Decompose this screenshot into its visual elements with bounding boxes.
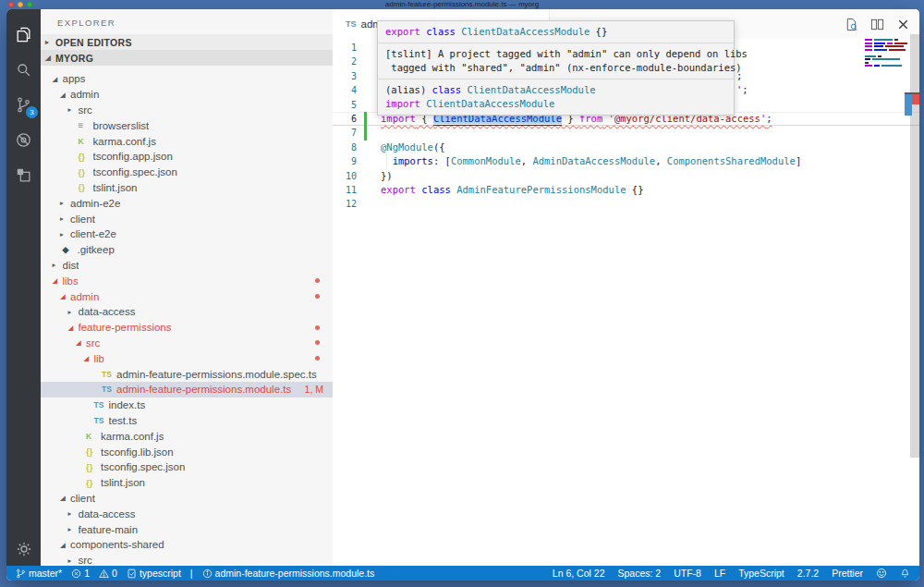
tree-item-label: lib — [94, 353, 105, 364]
status-branch[interactable]: master* — [16, 568, 62, 579]
tree-item-src[interactable]: ◢src — [41, 336, 333, 351]
line-number: 11 — [333, 183, 357, 197]
status-utf-8[interactable]: UTF-8 — [674, 568, 701, 579]
expanded-arrow-icon: ◢ — [60, 541, 70, 549]
tree-item-apps[interactable]: ◢apps — [41, 71, 333, 87]
status-typescript[interactable]: TypeScript — [738, 568, 784, 579]
status-warning[interactable]: 0 — [99, 568, 117, 579]
ts-blue-file-icon: TS — [102, 385, 116, 394]
source-control-icon[interactable]: 3 — [6, 89, 41, 120]
close-icon[interactable] — [895, 17, 910, 31]
vscode-window: 3 EXPLORER ▸ OPEN EDITORS ◢ MYORG ◢apps◢… — [6, 9, 919, 581]
tree-item-tsconfig.spec.json[interactable]: {}tsconfig.spec.json — [41, 165, 333, 180]
tree-item-tslint.json[interactable]: {}tslint.json — [41, 180, 333, 196]
collapsed-arrow-icon: ▸ — [60, 199, 70, 207]
expanded-arrow-icon: ◢ — [60, 494, 70, 502]
tree-item-client-e2e[interactable]: ▸client-e2e — [41, 226, 333, 242]
tree-item-src[interactable]: ▸src — [41, 553, 333, 566]
tree-item-data-access[interactable]: ▸data-access — [41, 304, 333, 320]
tree-item-dist[interactable]: ▸dist — [41, 258, 333, 274]
workspace-root-section[interactable]: ◢ MYORG — [41, 50, 333, 66]
status-info[interactable]: admin-feature-permissions.module.ts — [202, 568, 375, 579]
code-line-12[interactable]: 12 — [333, 197, 919, 211]
tree-item-browserslist[interactable]: ≡browserslist — [41, 117, 333, 133]
status-ln-6-col-22[interactable]: Ln 6, Col 22 — [553, 568, 605, 579]
tree-item-src[interactable]: ▸src — [41, 103, 333, 118]
tree-item-label: data-access — [79, 508, 136, 520]
hover-section-2: [tslint] A project tagged with "admin" c… — [378, 43, 734, 79]
status-tslint[interactable]: typescript — [127, 568, 181, 579]
collapsed-arrow-icon: ▸ — [68, 509, 79, 518]
line-number: 5 — [333, 98, 357, 112]
explorer-icon[interactable] — [6, 18, 41, 50]
tree-item-karma.conf.js[interactable]: Kkarma.conf.js — [41, 428, 333, 444]
tree-item-admin[interactable]: ◢admin — [41, 87, 333, 103]
status-2-7-2[interactable]: 2.7.2 — [797, 568, 819, 579]
tree-item-components-shared[interactable]: ◢components-shared — [41, 537, 333, 553]
tree-item-.gitkeep[interactable]: ◆.gitkeep — [41, 242, 333, 258]
tree-item-data-access[interactable]: ▸data-access — [41, 506, 333, 521]
error-icon — [71, 569, 81, 579]
code-line-7[interactable]: 7 — [333, 126, 919, 140]
tree-item-feature-permissions[interactable]: ◢feature-permissions — [41, 320, 333, 336]
code-line-8[interactable]: 8@NgModule({ — [333, 141, 919, 154]
tree-item-feature-main[interactable]: ▸feature-main — [41, 521, 333, 537]
tree-item-admin-e2e[interactable]: ▸admin-e2e — [41, 195, 333, 211]
collapsed-arrow-icon: ▸ — [68, 556, 79, 565]
status-spaces-2[interactable]: Spaces: 2 — [617, 568, 661, 579]
tree-item-label: admin-feature-permissions.module.spec.ts — [116, 369, 317, 380]
occluded-line-fragment: '; — [736, 83, 748, 97]
tree-item-libs[interactable]: ◢libs — [41, 273, 333, 288]
tree-item-client[interactable]: ◢client — [41, 491, 333, 507]
tree-item-karma.conf.js[interactable]: Kkarma.conf.js — [41, 133, 333, 149]
status-feedback[interactable] — [876, 568, 887, 579]
tree-item-label: feature-permissions — [79, 322, 172, 333]
collapsed-arrow-icon: ▸ — [68, 525, 79, 533]
ts-yellow-file-icon: TS — [102, 370, 116, 379]
modified-dot-icon — [315, 340, 320, 345]
bell-icon — [900, 569, 910, 579]
expanded-arrow-icon: ◢ — [53, 276, 63, 285]
search-icon[interactable] — [6, 54, 41, 85]
tree-item-tsconfig.lib.json[interactable]: {}tsconfig.lib.json — [41, 444, 333, 459]
ts-blue-file-icon: TS — [94, 416, 109, 425]
status-prettier[interactable]: Prettier — [832, 568, 863, 579]
window-title: admin-feature-permissions.module.ts — my… — [0, 0, 924, 9]
open-changes-icon[interactable] — [844, 17, 858, 31]
minimap[interactable] — [865, 39, 909, 68]
expanded-arrow-icon: ◢ — [53, 75, 63, 83]
code-line-11[interactable]: 11export class AdminFeaturePermissionsMo… — [333, 183, 919, 197]
tree-item-label: karma.conf.js — [101, 431, 164, 442]
tree-item-test.ts[interactable]: TStest.ts — [41, 413, 333, 429]
tree-item-admin-feature-permissions.module.spec.ts[interactable]: TSadmin-feature-permissions.module.spec.… — [41, 366, 333, 382]
hover-tooltip: export class ClientDataAccessModule {}[t… — [377, 20, 735, 116]
tree-item-lib[interactable]: ◢lib — [41, 350, 333, 366]
status-error[interactable]: 1 — [71, 568, 90, 579]
tree-item-label: tsconfig.spec.json — [93, 166, 177, 177]
file-tree: ◢apps◢admin▸src≡browserslistKkarma.conf.… — [41, 71, 333, 566]
tree-item-admin[interactable]: ◢admin — [41, 288, 333, 304]
code-line-10[interactable]: 10}) — [333, 169, 919, 183]
tree-item-admin-feature-permissions.module.ts[interactable]: TSadmin-feature-permissions.module.ts1, … — [41, 382, 333, 397]
open-editors-section[interactable]: ▸ OPEN EDITORS — [41, 34, 333, 50]
tree-item-label: tsconfig.app.json — [93, 151, 173, 162]
tree-item-label: tsconfig.spec.json — [101, 461, 185, 472]
status-bar-right: Ln 6, Col 22Spaces: 2UTF-8LFTypeScript2.… — [540, 568, 910, 579]
debug-icon[interactable] — [6, 124, 41, 155]
split-editor-icon[interactable] — [869, 17, 884, 31]
status-bar: master*10typescript|admin-feature-permis… — [6, 566, 919, 581]
tree-item-index.ts[interactable]: TSindex.ts — [41, 397, 333, 413]
settings-gear-icon[interactable] — [6, 533, 41, 565]
status-lf[interactable]: LF — [714, 568, 725, 579]
status-bell[interactable] — [900, 568, 910, 579]
code-line-9[interactable]: 9 imports: [CommonModule, AdminDataAcces… — [333, 154, 919, 168]
k-file-icon: K — [86, 432, 101, 441]
tree-item-tsconfig.app.json[interactable]: {}tsconfig.app.json — [41, 149, 333, 165]
tree-item-label: admin — [70, 89, 99, 100]
extensions-icon[interactable] — [6, 159, 41, 190]
status-bar-left: master*10typescript|admin-feature-permis… — [16, 568, 383, 579]
tree-item-client[interactable]: ▸client — [41, 211, 333, 226]
line-number: 12 — [333, 197, 357, 211]
tree-item-tslint.json[interactable]: {}tslint.json — [41, 475, 333, 491]
tree-item-tsconfig.spec.json[interactable]: {}tsconfig.spec.json — [41, 459, 333, 475]
